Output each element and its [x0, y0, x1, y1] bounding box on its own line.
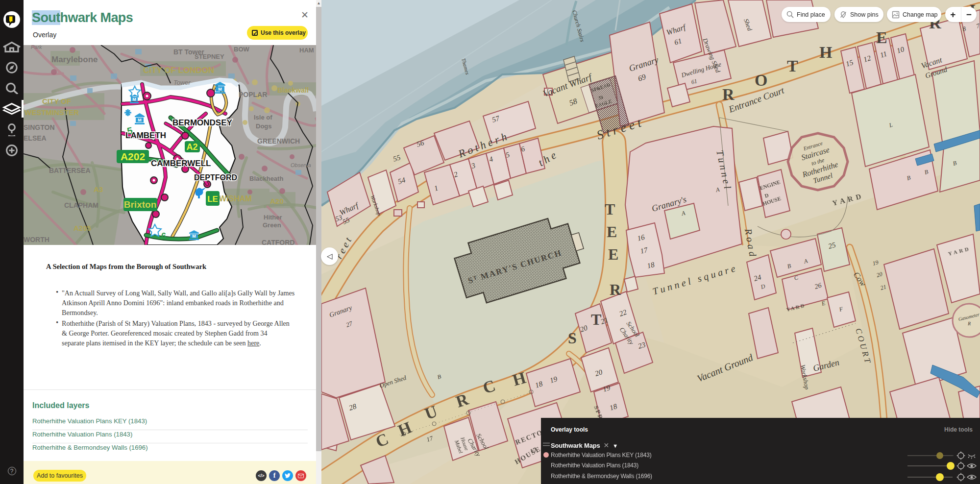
svg-text:WORTH: WORTH: [24, 236, 49, 243]
svg-text:A205: A205: [74, 224, 91, 232]
svg-text:HAM: HAM: [299, 47, 314, 54]
svg-text:ELSEA: ELSEA: [24, 134, 47, 142]
svg-text:6: 6: [161, 231, 166, 241]
svg-text:Blackwall: Blackwall: [277, 86, 309, 94]
svg-text:WESTMINSTER: WESTMINSTER: [24, 108, 79, 117]
svg-text:POPLAR: POPLAR: [239, 91, 267, 98]
svg-text:BATTERSEA: BATTERSEA: [49, 167, 91, 174]
svg-text:CITY OF LONDON: CITY OF LONDON: [143, 66, 214, 75]
svg-text:GREENWICH: GREENWICH: [257, 137, 300, 145]
svg-text:BOW: BOW: [234, 46, 250, 53]
svg-text:A20: A20: [270, 197, 284, 205]
svg-text:Tower: Tower: [173, 79, 191, 86]
svg-text:Brixton: Brixton: [124, 199, 157, 210]
svg-text:CAMBERWELL: CAMBERWELL: [151, 159, 211, 168]
svg-text:M: M: [132, 97, 136, 102]
svg-text:A3: A3: [94, 185, 103, 194]
svg-text:A2: A2: [186, 142, 197, 152]
svg-text:Park: Park: [31, 45, 42, 50]
svg-text:CATFORD: CATFORD: [262, 239, 294, 245]
svg-text:M: M: [192, 234, 196, 239]
svg-text:Blackheath: Blackheath: [249, 175, 283, 182]
svg-text:M: M: [218, 87, 222, 92]
svg-text:A202: A202: [121, 151, 145, 162]
svg-text:Hither: Hither: [264, 214, 282, 221]
svg-text:Isle of: Isle of: [254, 114, 272, 121]
svg-text:Dogs: Dogs: [256, 122, 272, 130]
svg-text:WISHAM: WISHAM: [219, 194, 252, 203]
svg-text:LE: LE: [207, 194, 218, 204]
svg-text:LAMBETH: LAMBETH: [125, 131, 166, 140]
svg-text:Green: Green: [263, 221, 281, 229]
svg-text:DEPTFORD: DEPTFORD: [194, 173, 237, 182]
svg-text:BERMONDSEY: BERMONDSEY: [172, 118, 233, 127]
svg-text:Marylebone: Marylebone: [51, 55, 98, 64]
svg-text:STEPNEY: STEPNEY: [195, 53, 224, 60]
svg-text:SINGTON: SINGTON: [24, 123, 55, 131]
svg-text:M: M: [138, 118, 142, 122]
svg-text:CITY OF: CITY OF: [42, 97, 71, 105]
svg-text:Observa: Observa: [291, 162, 311, 168]
svg-text:CLAPHAM: CLAPHAM: [64, 201, 98, 209]
